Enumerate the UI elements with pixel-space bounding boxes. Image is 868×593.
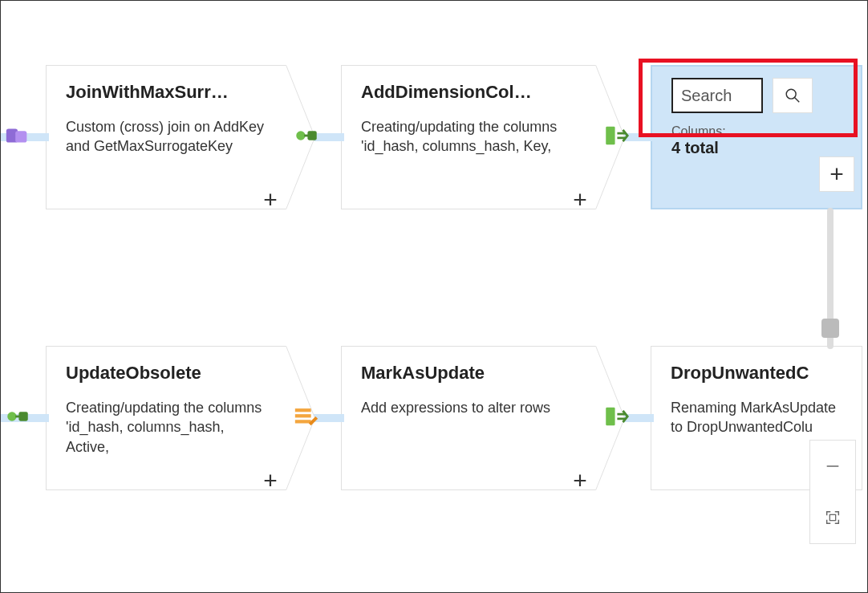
add-step-button[interactable]: + [258, 188, 282, 212]
add-step-button[interactable]: + [568, 188, 592, 212]
node-update-obsolete[interactable]: UpdateObsolete Creating/updating the col… [46, 346, 286, 490]
svg-rect-9 [295, 408, 311, 412]
add-column-button[interactable]: + [819, 156, 854, 192]
dataflow-canvas[interactable]: JoinWithMaxSurr… Custom (cross) join on … [1, 1, 867, 592]
node-mark-as-update[interactable]: MarkAsUpdate Add expressions to alter ro… [341, 346, 596, 490]
node-title: DropUnwantedC [671, 363, 842, 384]
connector [1, 346, 46, 490]
join-icon [4, 122, 31, 149]
zoom-out-button[interactable] [810, 441, 855, 492]
columns-label: Columns: [671, 124, 842, 139]
fit-screen-button[interactable] [810, 492, 855, 543]
search-placeholder: Search [681, 87, 732, 105]
search-button[interactable] [773, 78, 813, 113]
search-input[interactable]: Search [671, 78, 763, 113]
node-title: UpdateObsolete [66, 363, 266, 384]
node-desc: Creating/updating the columns 'id_hash, … [361, 117, 576, 156]
svg-point-7 [7, 412, 16, 420]
minus-icon [824, 457, 842, 475]
svg-rect-1 [15, 131, 26, 142]
zoom-panel [809, 440, 856, 544]
svg-point-5 [786, 89, 796, 99]
svg-rect-8 [18, 412, 27, 420]
node-add-dimension[interactable]: AddDimensionCol… Creating/updating the c… [341, 65, 596, 209]
svg-rect-14 [829, 514, 835, 520]
alter-row-icon [293, 403, 320, 430]
node-desc: Add expressions to alter rows [361, 398, 576, 417]
search-icon [784, 87, 801, 104]
svg-rect-10 [295, 414, 311, 417]
node-desc: Creating/updating the columns 'id_hash, … [66, 398, 266, 457]
node-join[interactable]: JoinWithMaxSurr… Custom (cross) join on … [46, 65, 286, 209]
node-selected[interactable]: Search Columns: 4 total + [651, 65, 862, 209]
node-title: AddDimensionCol… [361, 82, 576, 103]
node-title: JoinWithMaxSurr… [66, 82, 266, 103]
node-desc: Renaming MarkAsUpdate to DropUnwantedCol… [671, 398, 842, 437]
svg-rect-12 [606, 408, 614, 426]
vertical-scrollbar[interactable] [827, 208, 834, 349]
derived-column-icon [4, 403, 31, 430]
connector [286, 65, 341, 209]
add-step-button[interactable]: + [258, 469, 282, 493]
svg-rect-3 [307, 131, 316, 140]
node-desc: Custom (cross) join on AddKey and GetMax… [66, 117, 266, 156]
flow-row-1: JoinWithMaxSurr… Custom (cross) join on … [1, 65, 862, 209]
svg-rect-11 [295, 420, 311, 423]
connector [286, 346, 341, 490]
columns-total: 4 total [671, 139, 842, 157]
select-icon [602, 122, 630, 149]
select-icon [602, 403, 630, 430]
connector [596, 346, 651, 490]
connector [596, 65, 651, 209]
node-title: MarkAsUpdate [361, 363, 576, 384]
derived-column-icon [293, 122, 320, 149]
connector [1, 65, 46, 209]
svg-line-6 [795, 98, 800, 103]
svg-rect-4 [606, 127, 614, 145]
fullscreen-icon [824, 509, 842, 526]
svg-point-2 [296, 131, 305, 140]
scroll-thumb[interactable] [821, 319, 839, 338]
add-step-button[interactable]: + [568, 469, 592, 493]
flow-row-2: UpdateObsolete Creating/updating the col… [1, 346, 862, 490]
